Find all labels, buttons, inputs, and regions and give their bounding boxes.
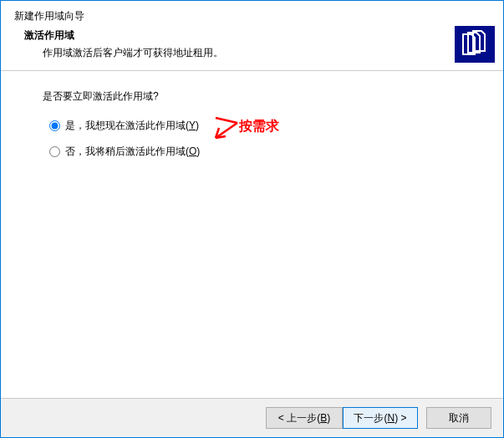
next-button[interactable]: 下一步(N) > (343, 407, 418, 429)
wizard-content: 是否要立即激活此作用域? 是，我想现在激活此作用域(Y) 否，我将稍后激活此作用… (1, 71, 503, 398)
radio-option-no[interactable]: 否，我将稍后激活此作用域(O) (49, 145, 483, 159)
wizard-header: 新建作用域向导 激活作用域 作用域激活后客户端才可获得地址租用。 (1, 1, 503, 71)
header-subtitle: 激活作用域 (14, 28, 490, 43)
activation-question: 是否要立即激活此作用域? (43, 89, 483, 104)
activation-radio-group: 是，我想现在激活此作用域(Y) 否，我将稍后激活此作用域(O) (43, 119, 483, 159)
radio-no-input[interactable] (49, 146, 60, 157)
scope-documents-icon (455, 26, 495, 63)
header-description: 作用域激活后客户端才可获得地址租用。 (14, 46, 490, 60)
radio-no-label: 否，我将稍后激活此作用域(O) (65, 145, 200, 159)
wizard-window: 新建作用域向导 激活作用域 作用域激活后客户端才可获得地址租用。 是否要立即激活… (0, 0, 504, 438)
nav-button-group: < 上一步(B) 下一步(N) > (266, 407, 418, 429)
cancel-button[interactable]: 取消 (426, 407, 491, 429)
radio-yes-input[interactable] (49, 120, 60, 131)
radio-yes-label: 是，我想现在激活此作用域(Y) (65, 119, 199, 133)
radio-option-yes[interactable]: 是，我想现在激活此作用域(Y) (49, 119, 483, 133)
back-button[interactable]: < 上一步(B) (266, 407, 343, 429)
wizard-footer: < 上一步(B) 下一步(N) > 取消 (1, 398, 503, 437)
window-title: 新建作用域向导 (14, 9, 490, 23)
